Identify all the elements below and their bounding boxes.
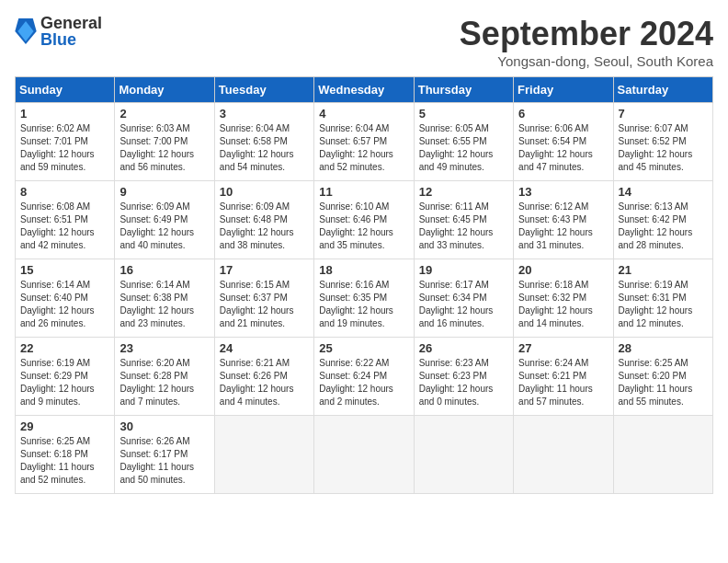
calendar-cell: 10Sunrise: 6:09 AMSunset: 6:48 PMDayligh… xyxy=(214,181,313,259)
calendar-week-4: 29Sunrise: 6:25 AMSunset: 6:18 PMDayligh… xyxy=(16,416,713,494)
day-info: Sunrise: 6:23 AMSunset: 6:23 PMDaylight:… xyxy=(419,357,508,408)
calendar-cell: 22Sunrise: 6:19 AMSunset: 6:29 PMDayligh… xyxy=(16,338,115,416)
day-info: Sunrise: 6:16 AMSunset: 6:35 PMDaylight:… xyxy=(319,279,408,330)
calendar-cell: 30Sunrise: 6:26 AMSunset: 6:17 PMDayligh… xyxy=(115,416,214,494)
calendar-cell: 17Sunrise: 6:15 AMSunset: 6:37 PMDayligh… xyxy=(214,259,313,338)
calendar-cell: 26Sunrise: 6:23 AMSunset: 6:23 PMDayligh… xyxy=(414,338,513,416)
day-info: Sunrise: 6:02 AMSunset: 7:01 PMDaylight:… xyxy=(20,122,109,174)
calendar-cell: 5Sunrise: 6:05 AMSunset: 6:55 PMDaylight… xyxy=(414,103,513,181)
day-info: Sunrise: 6:12 AMSunset: 6:43 PMDaylight:… xyxy=(518,201,608,252)
day-number: 23 xyxy=(119,341,209,355)
calendar-cell: 12Sunrise: 6:11 AMSunset: 6:45 PMDayligh… xyxy=(414,181,513,259)
header-friday: Friday xyxy=(514,77,613,103)
day-number: 24 xyxy=(220,341,309,355)
day-number: 8 xyxy=(20,185,109,199)
calendar-cell xyxy=(613,416,712,494)
day-info: Sunrise: 6:04 AMSunset: 6:58 PMDaylight:… xyxy=(220,122,309,174)
calendar-header: Sunday Monday Tuesday Wednesday Thursday… xyxy=(16,77,713,103)
calendar-body: 1Sunrise: 6:02 AMSunset: 7:01 PMDaylight… xyxy=(16,103,713,494)
day-number: 25 xyxy=(319,341,408,355)
day-info: Sunrise: 6:14 AMSunset: 6:38 PMDaylight:… xyxy=(119,279,209,330)
calendar-cell: 6Sunrise: 6:06 AMSunset: 6:54 PMDaylight… xyxy=(514,103,613,181)
day-number: 10 xyxy=(220,185,309,199)
calendar-cell: 7Sunrise: 6:07 AMSunset: 6:52 PMDaylight… xyxy=(613,103,712,181)
title-section: September 2024 Yongsan-dong, Seoul, Sout… xyxy=(460,15,713,69)
day-info: Sunrise: 6:07 AMSunset: 6:52 PMDaylight:… xyxy=(619,122,708,174)
calendar-week-1: 8Sunrise: 6:08 AMSunset: 6:51 PMDaylight… xyxy=(16,181,713,259)
day-number: 27 xyxy=(518,341,608,355)
day-info: Sunrise: 6:22 AMSunset: 6:24 PMDaylight:… xyxy=(319,357,408,408)
calendar-cell: 23Sunrise: 6:20 AMSunset: 6:28 PMDayligh… xyxy=(115,338,214,416)
calendar-cell: 21Sunrise: 6:19 AMSunset: 6:31 PMDayligh… xyxy=(613,259,712,338)
day-info: Sunrise: 6:13 AMSunset: 6:42 PMDaylight:… xyxy=(619,201,708,252)
logo-icon xyxy=(15,18,37,44)
header-thursday: Thursday xyxy=(414,77,513,103)
day-info: Sunrise: 6:03 AMSunset: 7:00 PMDaylight:… xyxy=(119,122,209,174)
day-info: Sunrise: 6:19 AMSunset: 6:31 PMDaylight:… xyxy=(619,279,708,330)
header-wednesday: Wednesday xyxy=(314,77,414,103)
header-tuesday: Tuesday xyxy=(214,77,313,103)
day-info: Sunrise: 6:08 AMSunset: 6:51 PMDaylight:… xyxy=(20,201,109,252)
calendar-week-2: 15Sunrise: 6:14 AMSunset: 6:40 PMDayligh… xyxy=(16,259,713,338)
day-info: Sunrise: 6:18 AMSunset: 6:32 PMDaylight:… xyxy=(518,279,608,330)
day-number: 30 xyxy=(119,419,209,433)
calendar-cell: 14Sunrise: 6:13 AMSunset: 6:42 PMDayligh… xyxy=(613,181,712,259)
day-number: 14 xyxy=(619,185,708,199)
calendar-cell: 2Sunrise: 6:03 AMSunset: 7:00 PMDaylight… xyxy=(115,103,214,181)
day-info: Sunrise: 6:04 AMSunset: 6:57 PMDaylight:… xyxy=(319,122,408,174)
day-number: 7 xyxy=(619,107,708,121)
day-number: 22 xyxy=(20,341,109,355)
day-number: 29 xyxy=(20,419,109,433)
calendar-cell: 18Sunrise: 6:16 AMSunset: 6:35 PMDayligh… xyxy=(314,259,414,338)
day-number: 18 xyxy=(319,263,408,277)
day-info: Sunrise: 6:11 AMSunset: 6:45 PMDaylight:… xyxy=(419,201,508,252)
day-number: 1 xyxy=(20,107,109,121)
calendar-cell xyxy=(214,416,313,494)
day-number: 20 xyxy=(518,263,608,277)
day-number: 19 xyxy=(419,263,508,277)
logo-blue-text: Blue xyxy=(40,31,102,48)
day-number: 3 xyxy=(220,107,309,121)
calendar-cell: 15Sunrise: 6:14 AMSunset: 6:40 PMDayligh… xyxy=(16,259,115,338)
day-number: 15 xyxy=(20,263,109,277)
day-number: 21 xyxy=(619,263,708,277)
day-info: Sunrise: 6:24 AMSunset: 6:21 PMDaylight:… xyxy=(518,357,608,408)
calendar-cell: 19Sunrise: 6:17 AMSunset: 6:34 PMDayligh… xyxy=(414,259,513,338)
day-number: 26 xyxy=(419,341,508,355)
day-info: Sunrise: 6:19 AMSunset: 6:29 PMDaylight:… xyxy=(20,357,109,408)
header-saturday: Saturday xyxy=(613,77,712,103)
calendar-cell: 25Sunrise: 6:22 AMSunset: 6:24 PMDayligh… xyxy=(314,338,414,416)
day-number: 12 xyxy=(419,185,508,199)
calendar-cell: 11Sunrise: 6:10 AMSunset: 6:46 PMDayligh… xyxy=(314,181,414,259)
calendar-cell: 29Sunrise: 6:25 AMSunset: 6:18 PMDayligh… xyxy=(16,416,115,494)
day-number: 5 xyxy=(419,107,508,121)
day-info: Sunrise: 6:09 AMSunset: 6:49 PMDaylight:… xyxy=(119,201,209,252)
header-row: Sunday Monday Tuesday Wednesday Thursday… xyxy=(16,77,713,103)
calendar-cell xyxy=(314,416,414,494)
day-info: Sunrise: 6:05 AMSunset: 6:55 PMDaylight:… xyxy=(419,122,508,174)
day-number: 4 xyxy=(319,107,408,121)
calendar-cell: 8Sunrise: 6:08 AMSunset: 6:51 PMDaylight… xyxy=(16,181,115,259)
page-header: General Blue September 2024 Yongsan-dong… xyxy=(15,15,713,69)
day-info: Sunrise: 6:17 AMSunset: 6:34 PMDaylight:… xyxy=(419,279,508,330)
day-number: 2 xyxy=(119,107,209,121)
day-info: Sunrise: 6:25 AMSunset: 6:20 PMDaylight:… xyxy=(619,357,708,408)
day-info: Sunrise: 6:25 AMSunset: 6:18 PMDaylight:… xyxy=(20,435,109,487)
calendar-cell: 1Sunrise: 6:02 AMSunset: 7:01 PMDaylight… xyxy=(16,103,115,181)
day-info: Sunrise: 6:15 AMSunset: 6:37 PMDaylight:… xyxy=(220,279,309,330)
month-title: September 2024 xyxy=(460,15,713,53)
calendar-cell: 20Sunrise: 6:18 AMSunset: 6:32 PMDayligh… xyxy=(514,259,613,338)
calendar-cell: 27Sunrise: 6:24 AMSunset: 6:21 PMDayligh… xyxy=(514,338,613,416)
day-info: Sunrise: 6:20 AMSunset: 6:28 PMDaylight:… xyxy=(119,357,209,408)
day-info: Sunrise: 6:10 AMSunset: 6:46 PMDaylight:… xyxy=(319,201,408,252)
calendar-cell: 4Sunrise: 6:04 AMSunset: 6:57 PMDaylight… xyxy=(314,103,414,181)
day-number: 16 xyxy=(119,263,209,277)
day-info: Sunrise: 6:26 AMSunset: 6:17 PMDaylight:… xyxy=(119,435,209,487)
day-info: Sunrise: 6:06 AMSunset: 6:54 PMDaylight:… xyxy=(518,122,608,174)
day-number: 6 xyxy=(518,107,608,121)
calendar-week-0: 1Sunrise: 6:02 AMSunset: 7:01 PMDaylight… xyxy=(16,103,713,181)
calendar-cell xyxy=(414,416,513,494)
calendar-table: Sunday Monday Tuesday Wednesday Thursday… xyxy=(15,76,713,494)
calendar-cell: 16Sunrise: 6:14 AMSunset: 6:38 PMDayligh… xyxy=(115,259,214,338)
logo: General Blue xyxy=(15,15,102,48)
